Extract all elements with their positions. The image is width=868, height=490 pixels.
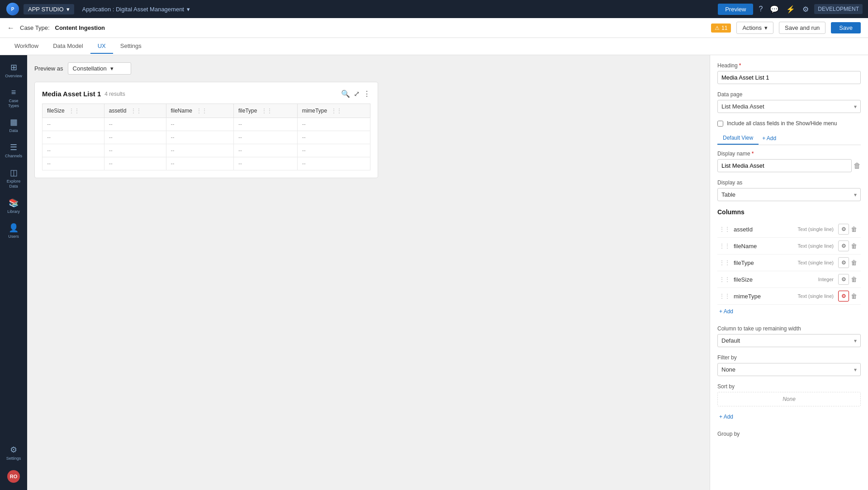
save-run-button[interactable]: Save and run [779,22,825,34]
col-type: Text (single line) [798,243,834,249]
col-drag-handle[interactable]: ⋮⋮ [719,243,730,249]
table-cell: -- [234,131,298,144]
app-studio-label: APP STUDIO [28,6,64,13]
col-drag-handle[interactable]: ⋮⋮ [719,226,730,232]
back-button[interactable]: ← [7,24,14,32]
sidebar-item-users[interactable]: 👤 Users [1,219,26,243]
data-page-dropdown[interactable]: List Media Asset ▾ [717,100,861,113]
col-delete-button[interactable]: 🗑 [849,275,859,284]
include-class-fields-checkbox[interactable] [717,121,723,127]
filter-by-section: Filter by None ▾ [717,354,861,376]
save-button[interactable]: Save [831,22,861,33]
settings-icon[interactable]: ⚙ [801,3,811,15]
app-studio-button[interactable]: APP STUDIO ▾ [24,4,74,14]
help-icon[interactable]: ? [757,3,764,15]
left-sidebar: ⊞ Overview ≡ Case Types ▦ Data ☰ Channel… [0,55,27,490]
table-cell: -- [104,131,166,144]
group-by-label: Group by [717,431,861,437]
table-cell: -- [166,157,233,170]
col-delete-button[interactable]: 🗑 [849,241,859,250]
tab-ux[interactable]: UX [90,39,113,54]
col-type: Text (single line) [798,226,834,232]
tab-workflow[interactable]: Workflow [7,39,46,54]
tab-data-model[interactable]: Data Model [46,39,90,54]
notifications-icon[interactable]: ⚡ [784,3,797,15]
col-drag-handle[interactable]: ⋮⋮ [719,293,730,299]
default-view-tab[interactable]: Default View [717,132,759,145]
app-name-label: Application : Digital Asset Management [82,6,184,13]
display-name-input[interactable] [717,159,852,172]
add-view-button[interactable]: + Add [759,132,780,144]
display-name-delete-btn[interactable]: 🗑 [854,162,861,170]
sidebar-item-explore-data[interactable]: ◫ Explore Data [1,164,26,193]
sort-by-section: Sort by None + Add [717,383,861,424]
logo: P [5,2,20,16]
table-cell: -- [166,118,233,131]
actions-button[interactable]: Actions ▾ [736,22,773,34]
filter-by-dropdown[interactable]: None ▾ [717,363,861,376]
library-icon: 📚 [9,198,19,208]
preview-button[interactable]: Preview [718,4,753,15]
sidebar-label-explore-data: Explore Data [3,179,24,189]
widget-expand-button[interactable]: ⤢ [354,90,360,98]
table-cell: -- [43,157,104,170]
sidebar-item-case-types[interactable]: ≡ Case Types [1,84,26,112]
data-page-dropdown-wrapper: List Media Asset ▾ [717,100,861,113]
main-layout: ⊞ Overview ≡ Case Types ▦ Data ☰ Channel… [0,55,868,490]
sidebar-item-settings[interactable]: ⚙ Settings [1,441,26,465]
col-drag-handle[interactable]: ⋮⋮ [719,276,730,283]
display-as-label: Display as [717,179,861,186]
content-area: Preview as Constellation ▾ Media Asset L… [27,55,710,490]
add-sort-button[interactable]: + Add [717,410,861,424]
include-class-fields-label: Include all class fields in the Show/Hid… [727,120,837,127]
tab-settings[interactable]: Settings [113,39,149,54]
sidebar-item-library[interactable]: 📚 Library [1,194,26,218]
display-name-required: * [752,151,754,157]
col-gear-button[interactable]: ⚙ [838,240,849,251]
widget-more-button[interactable]: ⋮ [363,90,370,98]
mimetype-col-handle[interactable]: ⋮⋮ [331,108,342,114]
columns-title: Columns [717,208,861,216]
col-gear-button[interactable]: ⚙ [838,257,849,268]
columns-list: ⋮⋮ assetId Text (single line) ⚙ 🗑 ⋮⋮ fil… [717,221,861,305]
table-row: ---------- [43,131,370,144]
sidebar-item-channels[interactable]: ☰ Channels [1,139,26,162]
assetid-col-handle[interactable]: ⋮⋮ [131,108,142,114]
display-name-section: Display name * 🗑 [717,151,861,172]
col-remaining-dropdown-wrapper: Default ▾ [717,334,861,347]
display-as-dropdown[interactable]: Table ▾ [717,188,861,201]
app-name-button[interactable]: Application : Digital Asset Management ▾ [78,4,194,14]
col-remaining-chevron: ▾ [854,338,857,344]
heading-input[interactable] [717,71,861,84]
col-gear-button[interactable]: ⚙ [838,291,849,302]
col-header-assetid: assetId ⋮⋮ [104,104,166,118]
col-name: mimeType [734,293,798,300]
filesize-col-handle[interactable]: ⋮⋮ [69,108,80,114]
filter-by-dropdown-wrapper: None ▾ [717,363,861,376]
sidebar-item-overview[interactable]: ⊞ Overview [1,59,26,82]
case-type-name: Content Ingestion [55,24,105,31]
col-header-filesize: fileSize ⋮⋮ [43,104,104,118]
col-gear-button[interactable]: ⚙ [838,224,849,235]
add-column-button[interactable]: + Add [717,305,861,318]
filename-col-handle[interactable]: ⋮⋮ [196,108,207,114]
col-remaining-label: Column to take up remaining width [717,325,861,332]
col-drag-handle[interactable]: ⋮⋮ [719,259,730,266]
sidebar-item-user-avatar[interactable]: RO [1,466,26,486]
widget-search-button[interactable]: 🔍 [341,90,350,98]
users-icon: 👤 [9,223,19,233]
table-cell: -- [43,144,104,157]
table-cell: -- [234,157,298,170]
col-delete-button[interactable]: 🗑 [849,258,859,267]
col-remaining-dropdown[interactable]: Default ▾ [717,334,861,347]
comments-icon[interactable]: 💬 [768,3,781,15]
sidebar-item-data[interactable]: ▦ Data [1,113,26,137]
col-delete-button[interactable]: 🗑 [849,292,859,301]
settings-sidebar-icon: ⚙ [10,445,17,455]
widget-header: Media Asset List 1 4 results 🔍 ⤢ ⋮ [42,90,370,98]
preview-as-dropdown[interactable]: Constellation ▾ [68,62,131,75]
col-delete-button[interactable]: 🗑 [849,225,859,234]
col-header-filetype: fileType ⋮⋮ [234,104,298,118]
filetype-col-handle[interactable]: ⋮⋮ [261,108,272,114]
col-gear-button[interactable]: ⚙ [838,274,849,285]
